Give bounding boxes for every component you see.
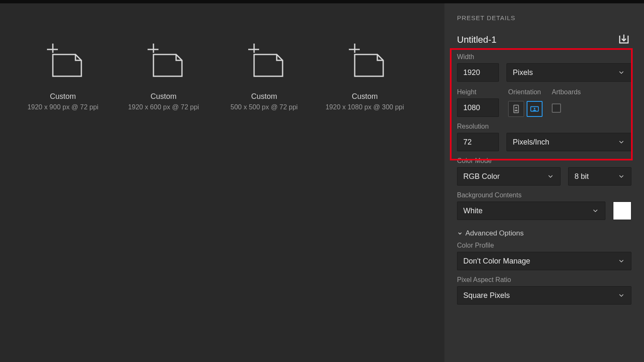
chevron-down-icon [618,69,625,76]
svg-rect-8 [514,105,519,113]
height-label: Height [457,88,499,96]
preset-card[interactable]: Custom 1920 x 1080 px @ 300 ppi [314,41,415,111]
orientation-portrait-button[interactable] [508,101,524,117]
background-color-swatch[interactable] [613,202,631,220]
document-icon [42,41,84,83]
chevron-down-icon [618,138,625,146]
background-select[interactable]: White [457,202,605,220]
preset-meta: 500 x 500 px @ 72 ppi [231,103,298,111]
width-label: Width [457,53,631,61]
advanced-options-toggle[interactable]: Advanced Options [457,229,631,238]
orientation-label: Orientation [508,88,543,96]
color-profile-label: Color Profile [457,242,631,249]
chevron-down-icon [618,173,625,180]
panel-header: PRESET DETAILS [457,14,631,21]
width-unit-select[interactable]: Pixels [506,63,631,82]
document-icon [143,41,184,83]
chevron-down-icon [457,230,463,236]
resolution-unit-select[interactable]: Pixels/Inch [506,133,631,151]
preset-card[interactable]: Custom 500 x 500 px @ 72 ppi [214,41,314,111]
background-label: Background Contents [457,191,631,199]
svg-point-11 [534,108,535,109]
document-icon [243,41,285,83]
save-icon [618,34,630,46]
bit-depth-select[interactable]: 8 bit [568,167,631,186]
width-input[interactable]: 1920 [457,63,499,82]
preset-title: Custom [151,92,177,101]
document-name-input[interactable]: Untitled-1 [457,34,496,45]
preset-card[interactable]: Custom 1920 x 600 px @ 72 ppi [113,41,214,111]
save-preset-button[interactable] [616,32,631,47]
document-icon [344,41,386,83]
orientation-landscape-button[interactable] [527,101,543,117]
portrait-icon [512,104,521,114]
artboards-label: Artboards [552,88,581,96]
preset-title: Custom [251,92,277,101]
preset-gallery: Custom 1920 x 900 px @ 72 ppi Custom 192… [0,3,444,362]
color-mode-label: Color Mode [457,157,631,165]
preset-card[interactable]: Custom 1920 x 900 px @ 72 ppi [13,41,113,111]
pixel-ratio-label: Pixel Aspect Ratio [457,276,631,284]
preset-details-panel: PRESET DETAILS Untitled-1 Width 1920 Pix… [444,3,644,362]
chevron-down-icon [618,292,625,299]
resolution-label: Resolution [457,123,631,130]
chevron-down-icon [618,257,625,265]
preset-meta: 1920 x 900 px @ 72 ppi [27,103,98,111]
color-mode-select[interactable]: RGB Color [457,167,561,186]
color-profile-select[interactable]: Don't Color Manage [457,252,631,270]
artboards-checkbox[interactable] [552,103,561,113]
chevron-down-icon [592,207,599,215]
preset-meta: 1920 x 600 px @ 72 ppi [128,103,199,111]
preset-meta: 1920 x 1080 px @ 300 ppi [325,103,404,111]
pixel-ratio-select[interactable]: Square Pixels [457,286,631,305]
height-input[interactable]: 1080 [457,98,499,117]
preset-title: Custom [50,92,76,101]
resolution-input[interactable]: 72 [457,133,499,151]
landscape-icon [530,104,539,114]
svg-point-9 [515,107,517,109]
chevron-down-icon [547,173,554,180]
preset-title: Custom [352,92,378,101]
